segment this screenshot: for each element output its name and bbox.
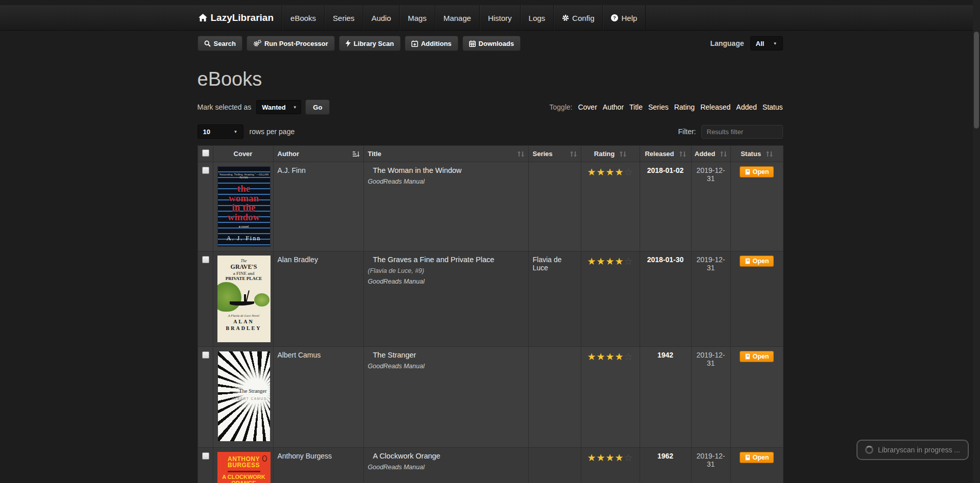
toggle-released[interactable]: Released	[700, 103, 730, 111]
downloads-button[interactable]: Downloads	[462, 36, 521, 51]
sort-both-icon	[766, 151, 773, 157]
series-cell	[528, 448, 581, 483]
column-header-rating[interactable]: Rating	[581, 146, 640, 162]
nav-label: Series	[333, 14, 355, 22]
open-button[interactable]: Open	[740, 256, 774, 267]
toggle-series[interactable]: Series	[648, 103, 669, 111]
nav-item-ebooks[interactable]: eBooks	[282, 5, 324, 31]
scrollbar-track[interactable]	[973, 0, 980, 483]
author-link[interactable]: Alan Bradley	[278, 256, 318, 264]
nav-item-audio[interactable]: Audio	[363, 5, 399, 31]
nav-item-history[interactable]: History	[479, 5, 520, 31]
author-link[interactable]: A.J. Finn	[278, 166, 306, 174]
header-label: Title	[368, 150, 382, 158]
book-source: GoodReads Manual	[368, 178, 524, 185]
toggle-author[interactable]: Author	[603, 103, 624, 111]
filter-input[interactable]	[701, 125, 783, 139]
released-date: 1942	[657, 351, 673, 359]
header-label: Released	[645, 150, 674, 158]
title-link[interactable]: The Graves a Fine and Private Place	[373, 256, 524, 264]
author-link[interactable]: Anthony Burgess	[278, 452, 332, 460]
star-filled-icon: ★	[615, 256, 624, 267]
table-row: The GRAVE'S a FINE and PRIVATE PLACE A F…	[198, 251, 783, 347]
column-header-added[interactable]: Added	[691, 146, 730, 162]
author-link[interactable]: Albert Camus	[278, 351, 321, 359]
library-scan-button[interactable]: Library Scan	[339, 36, 401, 51]
book-icon	[745, 169, 750, 175]
star-empty-icon: ☆	[624, 351, 633, 362]
select-all-checkbox[interactable]	[202, 149, 209, 157]
toggle-title[interactable]: Title	[629, 103, 643, 111]
nav-item-logs[interactable]: Logs	[520, 5, 554, 31]
title-link[interactable]: The Stranger	[373, 351, 524, 359]
toggle-status[interactable]: Status	[763, 103, 783, 111]
book-cover[interactable]: "Astounding. Thrilling. Amazing." —GILLI…	[217, 166, 271, 247]
library-scan-label: Library Scan	[354, 40, 394, 47]
nav-item-manage[interactable]: Manage	[435, 5, 479, 31]
header-label: Author	[278, 150, 300, 158]
header-label: Rating	[594, 150, 615, 158]
search-button[interactable]: Search	[198, 36, 242, 51]
nav-label: eBooks	[290, 14, 316, 22]
title-cell: The Graves a Fine and Private Place (Fla…	[363, 251, 528, 347]
language-select[interactable]: All ▼	[750, 36, 783, 50]
cover-title: GRAVE'S	[217, 263, 271, 271]
run-post-processor-label: Run Post-Processor	[264, 40, 328, 47]
row-checkbox[interactable]	[202, 167, 209, 174]
nav-label: Audio	[372, 14, 391, 22]
star-rating: ★★★★☆	[587, 452, 633, 464]
page-title: eBooks	[198, 68, 783, 90]
calendar-icon	[469, 40, 476, 47]
column-header-released[interactable]: Released	[640, 146, 691, 162]
open-button[interactable]: Open	[740, 351, 774, 362]
toolbar: Search Run Post-Processor Library Scan A…	[198, 36, 783, 51]
nav-label: Manage	[444, 14, 471, 22]
nav-label: History	[488, 14, 512, 22]
scrollbar-thumb[interactable]	[974, 32, 979, 129]
header-label: Status	[741, 150, 761, 158]
column-header-cover[interactable]: Cover	[213, 146, 273, 162]
author-cell: Alan Bradley	[273, 251, 363, 347]
star-empty-icon: ☆	[624, 167, 633, 177]
row-checkbox[interactable]	[202, 351, 209, 359]
column-header-series[interactable]: Series	[528, 146, 581, 162]
nav-item-mags[interactable]: Mags	[399, 5, 435, 31]
header-label: Series	[533, 150, 553, 158]
table-row: The Stranger ALBERT CAMUS Albert Camus T…	[198, 347, 783, 448]
mark-status-select[interactable]: Wanted ▼	[256, 100, 301, 114]
nav-item-config[interactable]: Config	[553, 5, 602, 31]
cover-author: ALAN BRADLEY	[217, 319, 271, 332]
open-button[interactable]: Open	[740, 166, 774, 177]
open-label: Open	[753, 168, 769, 175]
cover-author: ALBERT CAMUS	[232, 397, 266, 400]
column-header-status[interactable]: Status	[730, 146, 783, 162]
mark-selected-label: Mark selected as	[198, 103, 252, 111]
run-post-processor-button[interactable]: Run Post-Processor	[247, 36, 335, 51]
book-cover[interactable]: The Stranger ALBERT CAMUS	[217, 351, 271, 442]
open-button[interactable]: Open	[740, 452, 774, 463]
star-filled-icon: ★	[587, 167, 596, 177]
column-header-title[interactable]: Title	[363, 146, 528, 162]
toggle-rating[interactable]: Rating	[674, 103, 695, 111]
nav-item-help[interactable]: ? Help	[602, 5, 646, 31]
toggle-added[interactable]: Added	[736, 103, 756, 111]
cover-title: a FINE and	[217, 271, 271, 276]
caret-down-icon: ▼	[773, 41, 777, 46]
go-button[interactable]: Go	[305, 99, 330, 115]
nav-item-series[interactable]: Series	[324, 5, 363, 31]
star-filled-icon: ★	[605, 256, 615, 267]
row-checkbox[interactable]	[202, 452, 209, 460]
toggle-cover[interactable]: Cover	[578, 103, 597, 111]
search-label: Search	[214, 40, 236, 47]
book-cover[interactable]: ANTHONY BURGESS A CLOCKWORK ORANGE	[217, 452, 271, 483]
series-link[interactable]: Flavia de Luce	[533, 256, 562, 272]
book-cover[interactable]: The GRAVE'S a FINE and PRIVATE PLACE A F…	[217, 256, 271, 342]
title-link[interactable]: The Woman in the Window	[373, 166, 524, 174]
star-filled-icon: ★	[596, 167, 605, 177]
title-link[interactable]: A Clockwork Orange	[373, 452, 524, 460]
rows-per-page-select[interactable]: 10 ▼	[198, 124, 243, 139]
row-checkbox[interactable]	[202, 256, 209, 263]
additions-button[interactable]: Additions	[405, 36, 458, 51]
column-header-author[interactable]: Author	[273, 146, 363, 162]
brand[interactable]: LazyLibrarian	[198, 5, 282, 31]
